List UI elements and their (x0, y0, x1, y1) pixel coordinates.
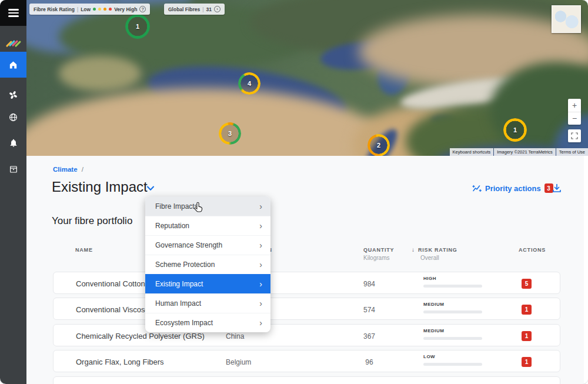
marker-count: 1 (503, 118, 527, 142)
minimap-toggle[interactable] (552, 5, 581, 33)
priority-actions-label: Priority actions (485, 184, 541, 193)
legend-high-label: Very High (114, 6, 137, 12)
column-subheader-kilograms: Kilograms (363, 255, 389, 261)
menu-item-label: Governance Strength (155, 241, 222, 249)
globe-icon (8, 112, 18, 122)
fibre-name: Conventional Cotton (76, 279, 145, 288)
sidebar-item-notifications[interactable] (0, 130, 26, 156)
menu-item-governance-strength[interactable]: Governance Strength › (145, 235, 270, 255)
menu-item-label: Scheme Protection (155, 261, 215, 269)
chevron-right-icon: › (259, 221, 262, 231)
menu-item-ecosystem-impact[interactable]: Ecosystem Impact › (145, 313, 270, 332)
page-content: Climate / Existing Impact Priority actio… (26, 156, 588, 384)
world-map[interactable]: Fibre Risk Rating | Low Very High ? Glob… (26, 0, 588, 156)
menu-item-existing-impact[interactable]: Existing Impact › (145, 274, 270, 293)
chevron-right-icon: › (259, 299, 262, 308)
column-header-risk-rating[interactable]: RISK RATING (418, 247, 457, 253)
menu-item-label: Fibre Impacts (155, 202, 198, 211)
download-icon (552, 183, 562, 193)
legend-dot-low (93, 8, 96, 11)
hamburger-icon (8, 9, 19, 16)
menu-item-reputation[interactable]: Reputation › (145, 216, 270, 235)
map-marker[interactable]: 1 (125, 14, 150, 39)
fullscreen-button[interactable] (568, 129, 581, 142)
chevron-right-icon: › (259, 260, 262, 269)
menu-button[interactable] (0, 0, 26, 26)
title-dropdown-toggle[interactable] (146, 184, 155, 192)
legend-dot-very-high (109, 8, 112, 11)
actions-count-badge[interactable]: 1 (522, 357, 532, 367)
risk-rating-bar (423, 285, 482, 288)
actions-count-badge[interactable]: 5 (522, 279, 532, 289)
fibre-quantity: 574 (352, 306, 387, 314)
map-marker[interactable]: 4 (238, 72, 260, 95)
keyboard-shortcuts-link[interactable]: Keyboard shortcuts (450, 148, 494, 156)
zoom-in-button[interactable]: + (568, 99, 581, 112)
actions-count-badge[interactable]: 1 (522, 331, 532, 341)
column-header-actions[interactable]: ACTIONS (519, 247, 546, 253)
separator: | (77, 6, 78, 12)
risk-rating-bar (423, 363, 482, 366)
fibre-name: Conventional Viscose, (76, 305, 151, 314)
archive-box-icon (9, 165, 18, 174)
legend-dot-medium (98, 8, 101, 11)
separator: | (202, 6, 203, 12)
sidebar-item-archive[interactable] (0, 156, 26, 182)
fibre-risk-legend: Fibre Risk Rating | Low Very High ? (29, 4, 150, 15)
table-row[interactable]: Organic Flax, Long Fibers Belgium 96 LOW… (53, 350, 560, 372)
map-marker[interactable]: 3 (219, 122, 241, 145)
priority-actions-icon (472, 183, 482, 193)
sidebar-item-globe[interactable] (0, 104, 26, 130)
legend-dot-high (103, 8, 106, 11)
chevron-down-icon (146, 184, 155, 192)
portfolio-section-title: Your fibre portfolio (52, 215, 132, 227)
bell-icon (9, 138, 18, 148)
risk-rating-bar (423, 337, 482, 340)
legend-title: Fibre Risk Rating (34, 6, 75, 12)
map-terrain (59, 56, 141, 91)
actions-count-badge[interactable]: 1 (522, 305, 532, 315)
page-title: Existing Impact (52, 179, 148, 195)
sidebar-item-home[interactable] (0, 52, 26, 78)
home-icon (8, 60, 18, 70)
breadcrumb-climate-link[interactable]: Climate (53, 166, 78, 173)
risk-rating-label: LOW (423, 354, 435, 359)
global-fibres-badge[interactable]: Global Fibres | 31 › (164, 4, 225, 15)
sort-descending-icon[interactable]: ↓ (412, 246, 415, 253)
menu-item-fibre-impacts[interactable]: Fibre Impacts › (145, 196, 270, 216)
imagery-credit: Imagery ©2021 TerraMetrics (494, 148, 556, 156)
fibre-quantity: 984 (352, 280, 387, 288)
chevron-right-icon: › (259, 279, 262, 289)
help-icon[interactable]: ? (139, 6, 146, 12)
column-header-quantity[interactable]: QUANTITY (363, 247, 394, 253)
table-row[interactable]: Conventional Viscose, 574 MEDIUM 1 (53, 298, 560, 320)
column-subheader-overall: Overall (420, 255, 439, 261)
map-marker[interactable]: 2 (368, 134, 390, 156)
chevron-right-icon: › (259, 241, 262, 250)
table-row[interactable]: Chemically Recycled Polyester (GRS) Chin… (53, 324, 560, 346)
risk-rating-bar (423, 310, 482, 313)
fibre-quantity: 367 (352, 332, 387, 340)
table-row[interactable]: Conventional Cotton 984 HIGH 5 (53, 272, 560, 294)
map-zoom-control: + − (568, 99, 581, 125)
menu-item-human-impact[interactable]: Human Impact › (145, 293, 270, 313)
risk-rating-label: MEDIUM (423, 302, 444, 307)
chevron-right-icon: › (259, 202, 262, 211)
download-button[interactable] (552, 183, 562, 193)
table-row-partial[interactable] (53, 376, 560, 384)
marker-count: 2 (368, 134, 390, 156)
menu-item-scheme-protection[interactable]: Scheme Protection › (145, 255, 270, 274)
priority-actions-button[interactable]: Priority actions 3 (472, 183, 553, 193)
map-marker[interactable]: 1 (503, 118, 527, 142)
expand-icon[interactable]: › (214, 6, 220, 12)
fibre-quantity: 96 (352, 358, 387, 366)
brand-logo-icon (8, 38, 19, 49)
terms-of-use-link[interactable]: Terms of Use (556, 148, 588, 156)
sidebar (0, 0, 26, 384)
menu-item-label: Existing Impact (155, 280, 203, 288)
zoom-out-button[interactable]: − (568, 112, 581, 125)
scrollbar-track[interactable] (584, 156, 588, 384)
column-header-name[interactable]: NAME (75, 247, 93, 253)
risk-rating-label: HIGH (423, 276, 436, 281)
global-fibres-count: 31 (206, 6, 212, 12)
